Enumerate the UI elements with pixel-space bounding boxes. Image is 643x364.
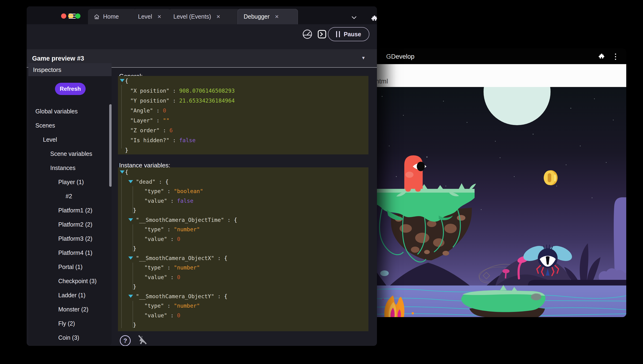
json-key: value [144,198,167,204]
json-key: type [144,226,164,232]
tab-home[interactable]: Home [88,9,137,24]
sidebar-item-player[interactable]: Player (1) [28,175,112,189]
sidebar-item-instances[interactable]: Instances [28,161,112,175]
profiler-gauge-icon[interactable] [302,29,313,39]
game-window-titlebar: GDevelop [368,48,626,64]
json-key: type [144,303,164,309]
tab-label: Home [103,13,119,20]
sidebar-item-instance-2[interactable]: #2 [28,189,112,203]
game-canvas[interactable] [368,87,626,317]
collapse-arrow-icon[interactable] [120,79,125,82]
sidebar-item-fly[interactable]: Fly (2) [28,316,112,330]
debugger-window: Home Level Level (Events) Debugger [27,6,377,346]
collapse-arrow-icon[interactable] [120,170,125,174]
close-icon[interactable] [216,14,221,20]
sidebar-item-scenes[interactable]: Scenes [28,118,112,132]
json-key: value [144,312,167,318]
sidebar-item-global-variables[interactable]: Global variables [28,104,112,118]
game-window-title: GDevelop [386,53,414,60]
json-key: type [144,188,164,194]
tab-label: Level (Events) [173,13,211,20]
preview-title: Game preview #3 [32,55,84,62]
json-key: type [144,264,164,271]
inspectors-sidebar: Inspectors Refresh Global variables Scen… [28,63,112,346]
game-preview-window: GDevelop html [368,48,626,317]
main-menu-hamburger-icon[interactable] [69,14,76,20]
pause-button[interactable]: Pause [328,27,369,41]
collapse-arrow-icon[interactable] [128,218,133,221]
sidebar-item-platform4[interactable]: Platform4 (1) [28,246,112,260]
sidebar-item-checkpoint[interactable]: Checkpoint (3) [28,274,112,288]
tab-level-events[interactable]: Level (Events) [169,9,240,24]
home-icon [94,14,100,20]
address-url-text: html [375,78,388,85]
close-icon[interactable] [157,14,162,20]
sidebar-item-scene-variables[interactable]: Scene variables [28,147,112,161]
debugger-toolbar: Pause [27,24,377,46]
tab-label: Debugger [244,13,270,20]
element-picker-disabled-icon[interactable] [136,334,148,346]
extensions-puzzle-icon[interactable] [598,52,605,60]
window-zoom-button[interactable] [75,14,81,18]
sidebar-item-ladder[interactable]: Ladder (1) [28,288,112,302]
json-key: value [144,274,167,280]
sidebar-item-platform1[interactable]: Platform1 (2) [28,203,112,217]
general-json-panel: { X position908.0706146508293 Y position… [118,76,368,154]
sidebar-item-level[interactable]: Level [28,132,112,147]
sidebar-item-coin[interactable]: Coin (3) [28,330,112,345]
browser-menu-kebab-icon[interactable] [615,54,616,61]
tab-debugger[interactable]: Debugger [238,9,298,24]
sidebar-item-platform3[interactable]: Platform3 (2) [28,232,112,246]
tab-label: Level [138,13,152,20]
tab-level[interactable]: Level [133,9,171,24]
sidebar-item-portal[interactable]: Portal (1) [28,260,112,274]
inspectors-header: Inspectors [28,63,112,76]
blue-dome [380,270,389,276]
window-close-button[interactable] [61,14,66,18]
json-key: value [144,236,167,242]
coin [544,170,558,185]
sidebar-scrollbar[interactable] [109,104,112,187]
instance-variables-json-panel: { dead{ typeboolean valuefalse } __Smoot… [118,168,368,331]
inspector-tree: Global variables Scenes Level Scene vari… [28,104,112,346]
sidebar-item-monster-path[interactable]: Monster Path [28,345,112,346]
console-icon[interactable] [317,30,327,39]
refresh-button[interactable]: Refresh [55,83,86,95]
tab-bar: Home Level Level (Events) Debugger [27,6,377,24]
extensions-puzzle-icon[interactable] [371,14,377,22]
pause-icon [336,31,340,37]
collapse-arrow-icon[interactable] [128,180,133,183]
sidebar-item-monster[interactable]: Monster (2) [28,302,112,316]
inspectors-title: Inspectors [33,66,61,74]
dropdown-caret-icon[interactable]: ▼ [361,56,366,60]
game-scene [368,87,626,317]
help-icon[interactable]: ? [120,335,131,346]
address-bar[interactable]: html [368,64,626,88]
collapse-arrow-icon[interactable] [128,256,133,260]
chevron-down-icon[interactable] [351,16,357,20]
close-icon[interactable] [275,14,279,20]
sidebar-item-platform2[interactable]: Platform2 (2) [28,217,112,232]
pause-label: Pause [344,31,361,38]
collapse-arrow-icon[interactable] [128,295,133,298]
